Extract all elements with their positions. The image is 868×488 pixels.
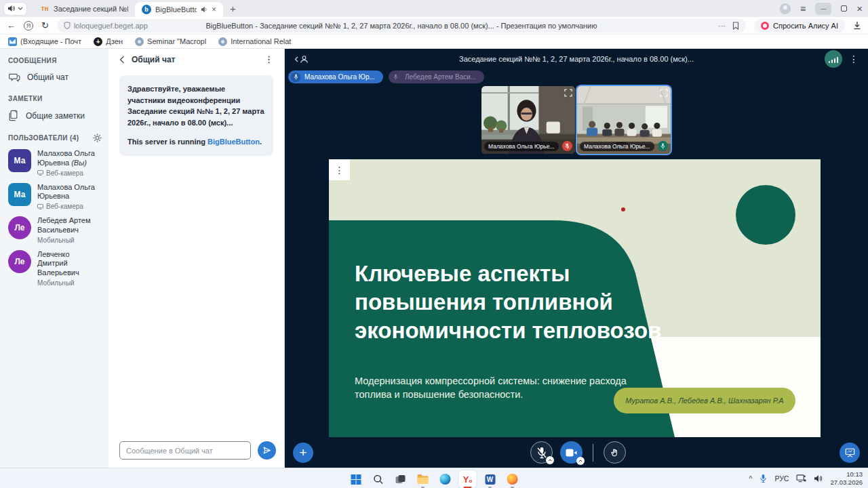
reload-button[interactable]: ↻: [41, 20, 49, 30]
user-list-item[interactable]: Ма Малахова Ольга Юрьевна (Вы) Веб-камер…: [8, 149, 102, 177]
bookmark-seminar[interactable]: Seminar "Macropl: [135, 37, 206, 46]
user-name: Малахова Ольга Юрьевна (Вы): [37, 149, 102, 168]
tab-audio-control[interactable]: [4, 3, 26, 15]
new-tab-button[interactable]: +: [230, 3, 236, 14]
bookmark-mail[interactable]: (Входящие - Почт: [8, 37, 81, 46]
dzen-icon: +: [94, 37, 102, 46]
alice-icon: [761, 22, 769, 30]
mic-icon: [391, 73, 401, 82]
tray-microphone-icon[interactable]: [760, 474, 767, 483]
chat-welcome-message: Здравствуйте, уважаемые участники видеок…: [119, 75, 273, 156]
mic-slash-icon: [536, 447, 547, 459]
search-icon: [373, 474, 383, 485]
user-list-item[interactable]: Ле Левченко Дмитрий Валерьевич Мобильный: [8, 250, 102, 287]
presentation-slide: ⋮ Ключевые аспекты повышения топливной э…: [329, 159, 821, 437]
talking-pill-muted[interactable]: Лебедев Артем Васи...: [389, 70, 484, 83]
yandex-browser-button[interactable]: Yo: [459, 470, 477, 488]
fullscreen-icon[interactable]: [660, 89, 668, 97]
firefox-button[interactable]: [504, 470, 521, 488]
webcam-options-chevron[interactable]: [576, 457, 585, 465]
webcam-feed-active[interactable]: Малахова Ольга Юрье...: [577, 86, 671, 154]
tray-network-icon[interactable]: [796, 474, 806, 483]
file-explorer-button[interactable]: [414, 470, 432, 488]
user-device: Веб-камера: [37, 203, 102, 210]
ask-alice-button[interactable]: Спросить Алису AI: [754, 19, 845, 33]
user-list-item[interactable]: Ле Лебедев Артем Васильевич Мобильный: [8, 216, 102, 244]
tab-bigbluebutton[interactable]: b BigBlueButton - Зас ×: [135, 2, 223, 17]
tab-zasedanie[interactable]: тн Заседание секций №№ 1: [33, 0, 135, 17]
window-restore-button[interactable]: [841, 5, 847, 12]
window-minimize-button[interactable]: —: [815, 3, 831, 15]
user-name: Лебедев Артем Васильевич: [37, 216, 102, 235]
bookmark-flag-icon[interactable]: [732, 22, 739, 30]
user-name: Левченко Дмитрий Валерьевич: [37, 250, 102, 278]
tab-sound-icon[interactable]: [201, 6, 208, 13]
window-close-button[interactable]: ×: [856, 3, 863, 14]
search-button[interactable]: [370, 470, 387, 488]
divider: [593, 444, 593, 462]
restore-presentation-button[interactable]: [840, 443, 860, 463]
omnibox-more-icon[interactable]: ···: [718, 22, 726, 30]
server-text: This server is running BigBlueButton.: [127, 136, 265, 148]
welcome-text: Здравствуйте, уважаемые участники видеок…: [127, 83, 265, 128]
mic-icon: [291, 73, 300, 82]
word-icon: W: [485, 474, 495, 485]
fullscreen-icon[interactable]: [564, 89, 572, 97]
downloads-icon[interactable]: [853, 21, 861, 30]
sidebar-item-shared-notes[interactable]: Общие заметки: [8, 108, 102, 123]
slide-authors-pill: Муратов А.В., Лебедев А.В., Шахназарян Р…: [614, 388, 795, 413]
connection-status-button[interactable]: [825, 50, 842, 68]
webcam-button[interactable]: [560, 441, 583, 464]
bigbluebutton-link[interactable]: BigBlueButton: [208, 138, 260, 146]
edge-button[interactable]: [437, 470, 454, 488]
bbb-left-sidebar: СООБЩЕНИЯ Общий чат ЗАМЕТКИ Общие заметк…: [0, 49, 108, 468]
url-omnibox[interactable]: loloqueguef.beget.app BigBlueButton - За…: [57, 19, 746, 33]
video-user-label[interactable]: Малахова Ольга Юрье...: [580, 142, 654, 151]
site-favicon: [135, 37, 144, 46]
chat-title: Общий чат: [132, 55, 175, 64]
avatar: Ле: [8, 250, 31, 273]
chat-back-icon[interactable]: [119, 56, 125, 64]
word-button[interactable]: W: [481, 470, 499, 488]
tray-language-indicator[interactable]: РУС: [774, 474, 789, 483]
avatar: Ле: [8, 216, 31, 239]
tray-overflow-chevron[interactable]: ^: [749, 474, 752, 483]
tab-close-icon[interactable]: ×: [212, 5, 216, 14]
messages-header: СООБЩЕНИЯ: [8, 57, 102, 64]
talking-indicators: Малахова Ольга Юр... Лебедев Артем Васи.…: [288, 70, 484, 83]
chat-options-kebab-icon[interactable]: ⋮: [264, 54, 273, 64]
talking-pill-active[interactable]: Малахова Ольга Юр...: [288, 70, 383, 83]
actions-plus-button[interactable]: +: [293, 443, 313, 463]
tab-title: BigBlueButton - Зас: [155, 5, 197, 14]
yandex-home-icon[interactable]: Я: [24, 21, 33, 30]
task-view-button[interactable]: [392, 470, 410, 488]
meeting-options-kebab-icon[interactable]: ⋮: [849, 54, 859, 64]
mic-options-chevron[interactable]: [546, 456, 554, 464]
slide-options-kebab-button[interactable]: ⋮: [329, 159, 350, 180]
bookmark-dzen[interactable]: +Дзен: [94, 37, 123, 46]
webcam-device-icon: [37, 204, 43, 209]
tray-clock[interactable]: 10:13 27.03.2026: [830, 470, 863, 487]
bookmark-international[interactable]: International Relat: [218, 37, 291, 46]
camera-icon: [566, 449, 577, 457]
send-message-button[interactable]: [258, 441, 276, 460]
user-list-item[interactable]: Ма Малахова Ольга Юрьевна Веб-камера: [8, 183, 102, 211]
browser-profile-avatar[interactable]: [780, 3, 791, 14]
folder-icon: [418, 476, 429, 484]
users-settings-gear-icon[interactable]: [93, 134, 102, 142]
whiteboard-icon: [845, 448, 855, 458]
webcam-device-icon: [37, 170, 43, 176]
back-button[interactable]: ←: [7, 20, 16, 30]
start-button[interactable]: [347, 470, 365, 488]
chat-message-input[interactable]: [119, 441, 251, 460]
hide-userlist-button[interactable]: [294, 55, 309, 64]
bookmarks-bar: (Входящие - Почт +Дзен Seminar "Macropl …: [0, 35, 868, 49]
user-device: Мобильный: [37, 237, 102, 244]
video-user-label[interactable]: Малахова Ольга Юрье...: [484, 142, 559, 151]
raise-hand-button[interactable]: [604, 441, 626, 464]
tray-speaker-icon[interactable]: [814, 474, 823, 483]
sidebar-item-public-chat[interactable]: Общий чат: [8, 70, 102, 84]
browser-menu-icon[interactable]: ≡: [800, 4, 806, 14]
mute-microphone-button[interactable]: [530, 441, 553, 464]
webcam-feed[interactable]: Малахова Ольга Юрье...: [481, 86, 575, 154]
